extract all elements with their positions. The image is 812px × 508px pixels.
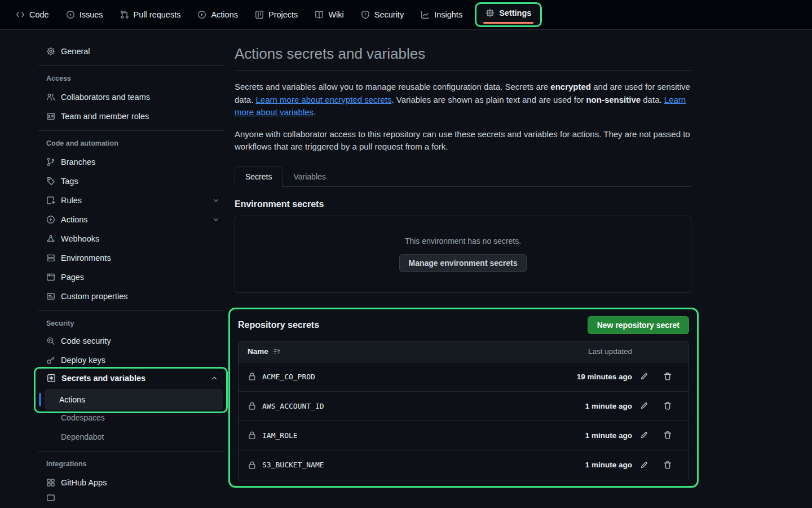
sidebar-subitem-dependabot[interactable]: Dependabot [38, 428, 224, 445]
annotation-box-repository-secrets: Repository secrets New repository secret… [228, 308, 699, 488]
nav-tab-settings[interactable]: Settings [481, 6, 536, 20]
page-title: Actions secrets and variables [235, 45, 691, 63]
server-icon [46, 253, 55, 262]
environment-secrets-heading: Environment secrets [235, 199, 691, 209]
sidebar-item-label: GitHub Apps [61, 478, 107, 487]
chevron-down-icon[interactable] [212, 216, 220, 224]
name-column-header[interactable]: Name [248, 347, 559, 356]
tab-secrets[interactable]: Secrets [235, 167, 283, 187]
secret-name: S3_BUCKET_NAME [262, 461, 324, 469]
secrets-variables-tabnav: Secrets Variables [235, 166, 691, 187]
lock-icon [248, 461, 257, 470]
sidebar-item-team-roles[interactable]: Team and member roles [38, 108, 224, 125]
id-badge-icon [46, 112, 55, 121]
intro-text: data. [641, 95, 664, 104]
settings-sidebar: General Access Collaborators and teams T… [38, 43, 224, 508]
sidebar-section-access: Access [38, 72, 224, 85]
sidebar-item-actions[interactable]: Actions [38, 211, 224, 228]
manage-environment-secrets-button[interactable]: Manage environment secrets [399, 254, 527, 272]
key-icon [46, 356, 55, 365]
repository-secrets-header: Repository secrets New repository secret [238, 316, 689, 334]
sidebar-item-pages[interactable]: Pages [38, 269, 224, 286]
sidebar-subitem-codespaces[interactable]: Codespaces [38, 409, 224, 426]
git-pull-request-icon [120, 10, 129, 19]
pencil-icon [639, 401, 648, 410]
webhook-icon [46, 234, 55, 243]
people-icon [46, 93, 55, 102]
edit-secret-button[interactable] [632, 461, 656, 470]
nav-tab-code[interactable]: Code [10, 6, 55, 23]
delete-secret-button[interactable] [656, 431, 679, 440]
key-asterisk-icon [47, 374, 56, 383]
trash-icon [663, 372, 672, 381]
sidebar-item-secrets-and-variables[interactable]: Secrets and variables [39, 370, 223, 387]
nav-tab-label: Settings [499, 8, 531, 17]
edit-secret-button[interactable] [632, 372, 656, 381]
secret-name: IAM_ROLE [262, 431, 298, 440]
nav-tab-actions[interactable]: Actions [192, 6, 244, 23]
sidebar-item-label: Codespaces [61, 413, 105, 422]
note-icon [46, 292, 55, 301]
sidebar-divider [38, 451, 224, 452]
sidebar-item-collaborators[interactable]: Collaborators and teams [38, 89, 224, 106]
nav-tab-security[interactable]: Security [355, 6, 409, 23]
intro-text: . [314, 107, 316, 117]
tab-variables[interactable]: Variables [283, 167, 336, 187]
sidebar-item-custom-properties[interactable]: Custom properties [38, 288, 224, 305]
play-icon [197, 10, 206, 19]
table-header-row: Name Last updated [239, 341, 689, 362]
gear-icon [486, 8, 495, 17]
nav-tab-insights[interactable]: Insights [415, 6, 468, 23]
delete-secret-button[interactable] [656, 461, 679, 470]
nav-tab-label: Pull requests [134, 10, 181, 19]
lock-icon [248, 401, 257, 410]
sidebar-item-label: Webhooks [61, 234, 99, 243]
repository-secrets-table: Name Last updated ACME_CO_PROD 19 minute… [238, 341, 689, 480]
sort-ascending-icon [273, 347, 281, 356]
new-repository-secret-button[interactable]: New repository secret [588, 316, 689, 334]
sidebar-item-label: Code security [61, 336, 111, 345]
delete-secret-button[interactable] [656, 401, 679, 410]
intro-text: Secrets and variables allow you to manag… [235, 82, 550, 91]
pencil-icon [639, 372, 648, 381]
nav-tab-pull-requests[interactable]: Pull requests [114, 6, 187, 23]
nav-tab-label: Projects [268, 10, 298, 19]
sidebar-item-label: Team and member roles [61, 112, 149, 121]
sidebar-section-integrations: Integrations [38, 457, 224, 471]
sidebar-item-rules[interactable]: Rules [38, 192, 224, 209]
repository-secrets-heading: Repository secrets [238, 320, 319, 330]
environment-secrets-box: This environment has no secrets. Manage … [235, 216, 691, 293]
sidebar-item-label: Dependabot [61, 432, 104, 441]
nav-tab-label: Actions [211, 10, 238, 19]
sidebar-item-webhooks[interactable]: Webhooks [38, 230, 224, 247]
chevron-up-icon[interactable] [210, 374, 218, 382]
project-icon [255, 10, 264, 19]
link-encrypted-secrets[interactable]: Learn more about encrypted secrets [256, 95, 392, 104]
partial-icon [46, 493, 55, 502]
sidebar-item-code-security[interactable]: Code security [38, 332, 224, 349]
sidebar-item-label: General [61, 47, 90, 56]
chevron-down-icon[interactable] [212, 196, 220, 204]
delete-secret-button[interactable] [656, 372, 679, 381]
sidebar-item-tags[interactable]: Tags [38, 173, 224, 190]
nav-tab-issues[interactable]: Issues [60, 6, 109, 23]
nav-tab-wiki[interactable]: Wiki [309, 6, 349, 23]
edit-secret-button[interactable] [632, 401, 656, 410]
repo-tab-nav: Code Issues Pull requests Actions Projec… [0, 0, 812, 30]
sidebar-item-github-apps[interactable]: GitHub Apps [38, 474, 224, 491]
edit-secret-button[interactable] [632, 431, 656, 440]
sidebar-item-deploy-keys[interactable]: Deploy keys [38, 352, 224, 369]
sidebar-divider [38, 65, 224, 66]
sidebar-item-branches[interactable]: Branches [38, 154, 224, 170]
sidebar-item-label: Environments [61, 253, 111, 262]
sidebar-item-partial[interactable] [38, 493, 224, 508]
sidebar-item-environments[interactable]: Environments [38, 249, 224, 266]
secret-row: IAM_ROLE 1 minute ago [239, 421, 689, 450]
nav-tab-projects[interactable]: Projects [249, 6, 303, 23]
sidebar-item-label: Branches [61, 157, 95, 167]
sidebar-item-general[interactable]: General [38, 43, 224, 60]
sidebar-subitem-actions-active[interactable]: Actions [45, 389, 223, 410]
shield-icon [361, 10, 370, 19]
pencil-icon [639, 461, 648, 470]
nav-tab-label: Code [29, 10, 49, 19]
